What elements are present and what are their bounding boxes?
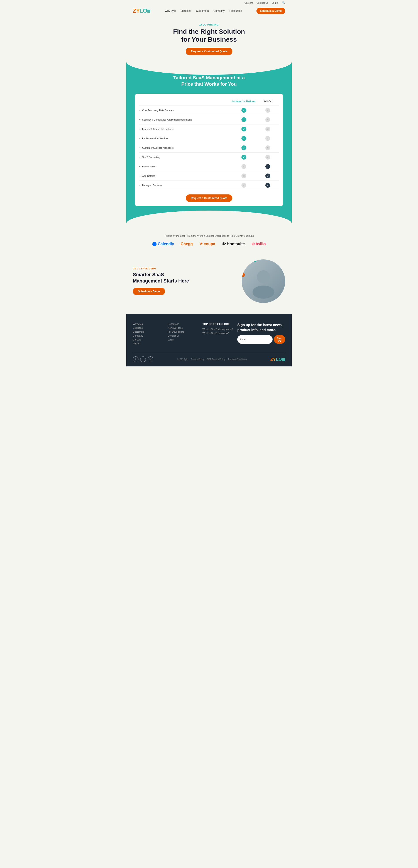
footer-logo-y: Y	[273, 357, 276, 362]
signup-button[interactable]: Sign Up	[274, 335, 285, 344]
row-label: ▾ Benchmarks	[139, 165, 231, 168]
hero-cta-button[interactable]: Request a Customized Quote	[186, 48, 233, 55]
trusted-section: Trusted by the Best - From the World's L…	[126, 224, 292, 253]
email-input[interactable]	[237, 335, 273, 344]
hero-label: ZYLO PRICING	[131, 23, 287, 26]
twitter-icon[interactable]: t	[140, 356, 146, 362]
footer-col-newsletter: Sign up for the latest news, product inf…	[237, 322, 285, 346]
chevron-icon[interactable]: ▾	[139, 175, 140, 177]
row-label: ▾ Core Discovery Data Sources	[139, 109, 231, 112]
row-label: ▾ SaaS Consulting	[139, 156, 231, 158]
search-icon[interactable]: 🔍	[282, 1, 285, 4]
table-row: ▾ Benchmarks ✕ ✓	[139, 162, 279, 171]
footer-logo-box	[282, 358, 285, 361]
eea-privacy-link[interactable]: EEA Privacy Policy	[207, 358, 225, 361]
footer-link-login[interactable]: Log In	[168, 338, 198, 341]
row-text: App Catalog	[142, 175, 155, 177]
row-label: ▾ Customer Success Managers	[139, 147, 231, 149]
pricing-card: Included in Platform Add-On ▾ Core Disco…	[135, 94, 283, 206]
top-careers-link[interactable]: Careers	[244, 2, 253, 4]
nav-resources[interactable]: Resources	[230, 9, 242, 12]
table-row: ▾ Security & Compliance Application Inte…	[139, 115, 279, 124]
footer-link-careers[interactable]: Careers	[133, 338, 163, 341]
nav-solutions[interactable]: Solutions	[180, 9, 191, 12]
addon-check: ✕	[257, 136, 279, 141]
check-empty-icon: ✕	[266, 136, 270, 141]
included-check: ✕	[231, 174, 257, 178]
footer-link-saas-discovery[interactable]: What is SaaS Discovery?	[203, 332, 233, 334]
table-row: ▾ License & Usage Integrations ✓ ✕	[139, 124, 279, 134]
logo-l: L	[140, 7, 143, 14]
row-text: Security & Compliance Application Integr…	[142, 118, 192, 121]
row-text: Implementation Services	[142, 137, 168, 140]
facebook-icon[interactable]: f	[133, 356, 138, 362]
chevron-icon[interactable]: ▾	[139, 128, 140, 130]
footer-link-resources[interactable]: Resources	[168, 322, 198, 325]
row-text: Customer Success Managers	[142, 147, 174, 149]
demo-label: GET A FREE DEMO	[133, 268, 237, 270]
check-empty-icon: ✕	[241, 174, 246, 178]
check-teal-icon: ✓	[241, 145, 246, 150]
nav-company[interactable]: Company	[214, 9, 225, 12]
nav-links: Why Zylo Solutions Customers Company Res…	[165, 9, 242, 12]
demo-image	[242, 259, 285, 303]
pricing-title: Tailored SaaS Management at a Price that…	[131, 75, 287, 87]
social-icons: f t in	[133, 356, 153, 362]
included-check: ✕	[231, 164, 257, 169]
chevron-icon[interactable]: ▾	[139, 109, 140, 112]
footer-link-why-zylo[interactable]: Why Zylo	[133, 322, 163, 325]
footer-link-news[interactable]: News & Press	[168, 327, 198, 329]
chevron-icon[interactable]: ▾	[139, 156, 140, 158]
footer-link-pricing[interactable]: Pricing	[133, 342, 163, 345]
row-text: License & Usage Integrations	[142, 128, 174, 130]
chevron-icon[interactable]: ▾	[139, 147, 140, 149]
footer-col-3: TOPICS TO EXPLORE What is SaaS Managemen…	[203, 322, 233, 346]
footer-logo-l: L	[276, 357, 278, 362]
footer-legal: ©2021 Zylo Privacy Policy EEA Privacy Po…	[177, 358, 247, 361]
demo-cta-button[interactable]: Schedule a Demo	[133, 288, 165, 295]
addon-check: ✓	[257, 174, 279, 178]
check-empty-icon: ✕	[266, 145, 270, 150]
footer-logo-o: O	[278, 357, 282, 362]
hero-title-line1: Find the Right Solution	[173, 28, 245, 35]
check-empty-icon: ✕	[266, 155, 270, 160]
check-teal-icon: ✓	[241, 117, 246, 122]
dot-orange-2	[279, 299, 284, 303]
footer-link-company[interactable]: Company	[133, 334, 163, 337]
top-login-link[interactable]: Log In	[272, 2, 278, 4]
main-nav: ZYLO Why Zylo Solutions Customers Compan…	[126, 6, 292, 17]
check-teal-icon: ✓	[241, 108, 246, 113]
addon-check: ✕	[257, 145, 279, 150]
check-empty-icon: ✕	[266, 127, 270, 131]
hero-title-line2: for Your Business	[181, 36, 237, 43]
footer-link-saas-mgmt[interactable]: What is SaaS Management?	[203, 328, 233, 331]
logo-z: Z	[133, 7, 136, 14]
row-text: SaaS Consulting	[142, 156, 160, 158]
footer-link-solutions[interactable]: Solutions	[133, 327, 163, 329]
coupa-logo: ✳ coupa	[200, 242, 215, 246]
included-check: ✓	[231, 145, 257, 150]
logo-y: Y	[136, 7, 140, 14]
nav-why-zylo[interactable]: Why Zylo	[165, 9, 176, 12]
chevron-icon[interactable]: ▾	[139, 119, 140, 121]
logos-row: ⬤ Calendly Chegg ✳ coupa 👁 Hootsuite ⊕ t…	[131, 242, 287, 246]
pricing-title-line1: Tailored SaaS Management at a	[173, 75, 245, 81]
chevron-icon[interactable]: ▾	[139, 165, 140, 168]
nav-customers[interactable]: Customers	[196, 9, 209, 12]
footer-link-contact[interactable]: Contact Us	[168, 334, 198, 337]
terms-link[interactable]: Terms & Conditions	[228, 358, 247, 361]
top-contact-link[interactable]: Contact Us	[256, 2, 268, 4]
footer-link-customers[interactable]: Customers	[133, 331, 163, 333]
schedule-demo-button[interactable]: Schedule a Demo	[256, 8, 285, 14]
footer-link-developers[interactable]: For Developers	[168, 331, 198, 333]
chevron-icon[interactable]: ▾	[139, 137, 140, 140]
top-bar: Careers Contact Us Log In 🔍	[126, 0, 292, 6]
privacy-policy-link[interactable]: Privacy Policy	[191, 358, 204, 361]
pricing-cta-button[interactable]: Request a Customized Quote	[186, 194, 233, 202]
check-dark-icon: ✓	[266, 174, 270, 178]
linkedin-icon[interactable]: in	[148, 356, 153, 362]
included-check: ✓	[231, 127, 257, 131]
table-row: ▾ App Catalog ✕ ✓	[139, 171, 279, 181]
table-row: ▾ Managed Services ✕ ✓	[139, 181, 279, 190]
chevron-icon[interactable]: ▾	[139, 184, 140, 187]
